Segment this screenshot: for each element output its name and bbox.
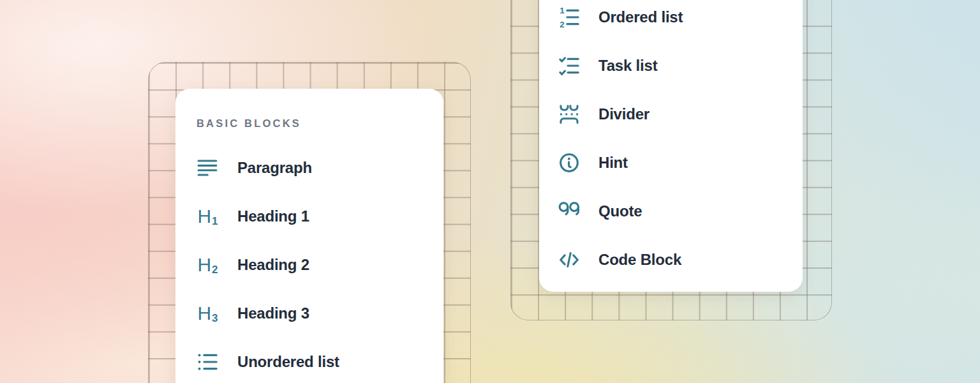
- menu-item-label: Hint: [598, 154, 628, 172]
- menu-item-label: Heading 2: [237, 256, 309, 274]
- blocks-menu-card: 1 2 Ordered list Task list: [539, 0, 803, 292]
- menu-item-paragraph[interactable]: Paragraph: [175, 144, 443, 192]
- heading-letter: H: [197, 254, 211, 275]
- menu-item-label: Paragraph: [237, 159, 312, 177]
- task-list-icon: [558, 55, 580, 77]
- menu-item-label: Quote: [598, 202, 642, 220]
- heading-3-icon: H3: [197, 303, 218, 324]
- divider-icon: [558, 103, 580, 125]
- hero-illustration: BASIC BLOCKS Paragraph H1 Heading 1 H2: [0, 0, 980, 383]
- hint-icon: [558, 152, 580, 174]
- menu-item-label: Unordered list: [237, 353, 339, 371]
- heading-level: 2: [212, 264, 218, 276]
- menu-item-ordered-list[interactable]: 1 2 Ordered list: [539, 0, 803, 41]
- menu-item-hint[interactable]: Hint: [539, 139, 803, 187]
- quote-icon: [558, 200, 580, 222]
- menu-item-label: Task list: [598, 57, 657, 75]
- ordered-list-number-1: 1: [560, 6, 565, 15]
- menu-item-code-block[interactable]: Code Block: [539, 236, 803, 284]
- ordered-list-icon: 1 2: [558, 6, 580, 28]
- heading-level: 3: [212, 312, 218, 324]
- heading-1-icon: H1: [197, 206, 218, 227]
- basic-blocks-menu-items: Paragraph H1 Heading 1 H2 Heading 2 H3 H…: [175, 144, 443, 383]
- paragraph-icon: [197, 157, 218, 179]
- menu-item-heading-3[interactable]: H3 Heading 3: [175, 289, 443, 338]
- blocks-menu-items: 1 2 Ordered list Task list: [539, 0, 803, 284]
- menu-item-label: Ordered list: [598, 8, 683, 26]
- ordered-list-number-2: 2: [560, 20, 564, 28]
- menu-item-label: Code Block: [598, 251, 681, 269]
- menu-item-label: Heading 1: [237, 207, 309, 225]
- basic-blocks-menu-card: BASIC BLOCKS Paragraph H1 Heading 1 H2: [175, 89, 443, 383]
- menu-item-heading-1[interactable]: H1 Heading 1: [175, 192, 443, 241]
- menu-item-unordered-list[interactable]: Unordered list: [175, 338, 443, 383]
- menu-item-heading-2[interactable]: H2 Heading 2: [175, 241, 443, 289]
- heading-2-icon: H2: [197, 254, 218, 276]
- unordered-list-icon: [197, 351, 218, 373]
- menu-item-divider[interactable]: Divider: [539, 90, 803, 139]
- menu-item-label: Divider: [598, 105, 650, 123]
- menu-item-quote[interactable]: Quote: [539, 187, 803, 236]
- heading-letter: H: [197, 303, 211, 324]
- menu-item-label: Heading 3: [237, 304, 309, 322]
- code-block-icon: [558, 249, 580, 271]
- menu-item-task-list[interactable]: Task list: [539, 41, 803, 90]
- section-label: BASIC BLOCKS: [197, 117, 443, 130]
- heading-level: 1: [212, 215, 218, 227]
- heading-letter: H: [197, 206, 211, 227]
